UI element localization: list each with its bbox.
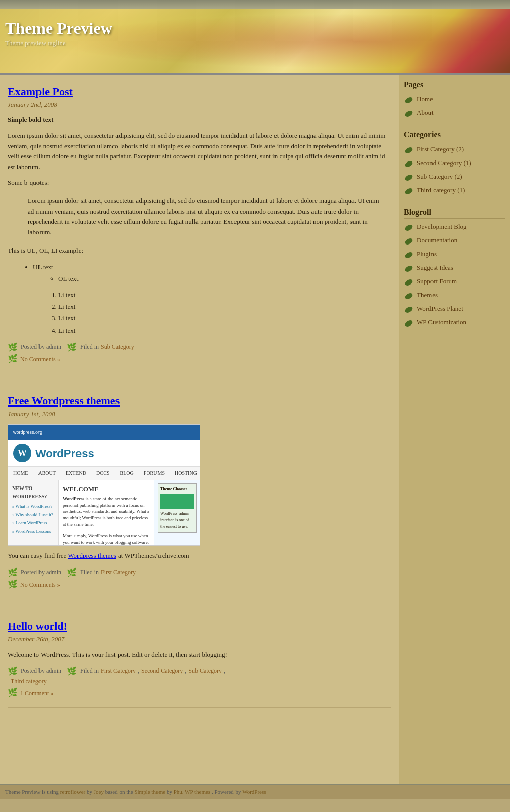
page-wrapper: Example Post January 2nd, 2008 Simple bo…	[0, 75, 510, 784]
docs-link[interactable]: Documentation	[417, 236, 457, 245]
site-tagline: Theme preview tagline	[0, 39, 510, 47]
nav-item: FORUMS	[144, 469, 165, 477]
wp-planet-link[interactable]: WordPress Planet	[417, 305, 463, 313]
wp-custom-link[interactable]: WP Customization	[417, 318, 466, 327]
main-content: Example Post January 2nd, 2008 Simple bo…	[0, 75, 399, 784]
svg-point-10	[404, 278, 414, 287]
sidebar-leaf-icon	[404, 305, 415, 316]
wp-theme-box: Theme Chooser WordPress' admin interface…	[158, 483, 197, 533]
svg-point-13	[404, 319, 414, 328]
svg-point-6	[404, 224, 414, 232]
sidebar-leaf-icon	[404, 186, 415, 197]
nav-item: DOCS	[96, 469, 110, 477]
wp-themes-link[interactable]: Wordpress themes	[68, 552, 116, 559]
post-title-3: Hello world!	[8, 620, 391, 633]
sidebar-item-support[interactable]: Support Forum	[404, 277, 505, 289]
sidebar-item-first-cat[interactable]: First Category (2)	[404, 145, 505, 156]
first-cat-link[interactable]: First Category (2)	[417, 145, 464, 153]
posted-by-label: Posted by admin	[21, 343, 61, 351]
post-title-link-2[interactable]: Free Wordpress themes	[8, 394, 120, 407]
meta-leaf-icon: 🌿	[8, 342, 18, 352]
sidebar-item-docs[interactable]: Documentation	[404, 236, 505, 248]
filed-category-link-2[interactable]: First Category	[101, 569, 136, 576]
sidebar-item-dev-blog[interactable]: Development Blog	[404, 223, 505, 234]
no-comments-link[interactable]: No Comments »	[20, 356, 60, 363]
wp-link: » Learn WordPress	[12, 519, 54, 526]
footer-plt-link[interactable]: Phu. WP themes	[174, 789, 210, 795]
svg-point-8	[404, 251, 414, 260]
categories-title: Categories	[404, 130, 505, 141]
post-meta-line2: 🌿 No Comments »	[8, 354, 391, 363]
post-date-3: December 26th, 2007	[8, 635, 391, 643]
comment-link[interactable]: 1 Comment »	[20, 689, 53, 697]
wp-theme-title: Theme Chooser	[160, 486, 194, 493]
sidebar-item-suggest-ideas[interactable]: Suggest Ideas	[404, 264, 505, 275]
filed-in-label: Filed in	[80, 343, 99, 351]
no-comments-link-2[interactable]: No Comments »	[20, 581, 60, 588]
post-meta-line2-2: 🌿 No Comments »	[8, 579, 391, 589]
sidebar-leaf-icon	[404, 250, 415, 261]
nav-item: HOSTING	[175, 469, 197, 477]
filed-cat-link-sub[interactable]: Sub Category	[188, 667, 222, 675]
sidebar-item-wp-planet[interactable]: WordPress Planet	[404, 305, 505, 316]
sidebar-item-third-cat[interactable]: Third category (1)	[404, 186, 505, 197]
sidebar-item-about[interactable]: About	[404, 109, 505, 120]
footer-wp-link[interactable]: WordPress	[242, 789, 266, 795]
sidebar-item-themes[interactable]: Themes	[404, 291, 505, 302]
svg-point-0	[404, 96, 414, 105]
filed-cat-link-sc[interactable]: Second Category	[141, 667, 183, 675]
filed-cat-link-fc[interactable]: First Category	[101, 667, 136, 675]
post-meta-2: 🌿 Posted by admin 🌿 Filed in First Categ…	[8, 567, 391, 577]
filed-cat-link-tc[interactable]: Third category	[11, 678, 47, 685]
sidebar-leaf-icon	[404, 291, 415, 302]
footer-author-link[interactable]: Joey	[94, 789, 104, 795]
sidebar-item-second-cat[interactable]: Second Category (1)	[404, 159, 505, 170]
site-header: Theme Preview Theme preview tagline	[0, 9, 510, 75]
footer-theme-link[interactable]: retroflower	[60, 789, 85, 795]
wp-welcome-text: WordPress is a state-of-the-art semantic…	[63, 496, 150, 527]
sidebar-leaf-icon	[404, 318, 415, 330]
post-meta-hw-comments: 🌿 1 Comment »	[8, 687, 391, 697]
wp-link: » Why should I use it?	[12, 511, 54, 518]
filed-category-link[interactable]: Sub Category	[101, 343, 134, 351]
list-item: Li text	[58, 324, 391, 336]
sidebar-item-sub-cat[interactable]: Sub Category (2)	[404, 173, 505, 184]
post-title-link-3[interactable]: Hello world!	[8, 620, 67, 632]
wp-main-body: WELCOME WordPress is a state-of-the-art …	[59, 480, 154, 546]
wp-nav-text: wordpress.org	[13, 429, 42, 436]
footer-simple-link[interactable]: Simple theme	[134, 789, 165, 795]
sidebar-item-wp-custom[interactable]: WP Customization	[404, 318, 505, 330]
bold-intro: Simple bold text	[8, 116, 53, 124]
third-cat-link[interactable]: Third category (1)	[417, 186, 465, 194]
meta-leaf-icon-5: 🌿	[67, 567, 77, 577]
wp-logo-area: W WordPress	[8, 440, 200, 467]
sidebar-item-home[interactable]: Home	[404, 95, 505, 106]
pages-title: Pages	[404, 80, 505, 91]
nav-item: ABOUT	[38, 469, 55, 477]
top-bar	[0, 0, 510, 9]
suggest-ideas-link[interactable]: Suggest Ideas	[417, 264, 453, 272]
svg-point-5	[404, 187, 414, 196]
sidebar-leaf-icon	[404, 264, 415, 275]
support-link[interactable]: Support Forum	[417, 277, 457, 286]
home-link[interactable]: Home	[417, 95, 433, 103]
post-date: January 2nd, 2008	[8, 101, 391, 109]
post-hello-world: Hello world! December 26th, 2007 Welcome…	[8, 620, 391, 708]
filed-in-label-2: Filed in	[80, 569, 99, 576]
dev-blog-link[interactable]: Development Blog	[417, 223, 467, 231]
wp-navbar: wordpress.org	[8, 425, 200, 440]
sidebar-blogroll-section: Blogroll Development Blog Documentation …	[404, 208, 505, 330]
post-date-2: January 1st, 2008	[8, 410, 391, 418]
plugins-link[interactable]: Plugins	[417, 250, 437, 258]
about-link[interactable]: About	[417, 109, 434, 117]
sidebar-item-plugins[interactable]: Plugins	[404, 250, 505, 261]
posted-by-label-2: Posted by admin	[21, 569, 61, 576]
svg-point-11	[404, 292, 414, 301]
meta-leaf-icon-6: 🌿	[8, 579, 18, 589]
sub-cat-link[interactable]: Sub Category (2)	[417, 173, 462, 181]
wp-link: » What is WordPress?	[12, 503, 54, 510]
post-title-link[interactable]: Example Post	[8, 85, 73, 98]
second-cat-link[interactable]: Second Category (1)	[417, 159, 472, 167]
list-item: Li text	[58, 312, 391, 324]
themes-link[interactable]: Themes	[417, 291, 438, 299]
